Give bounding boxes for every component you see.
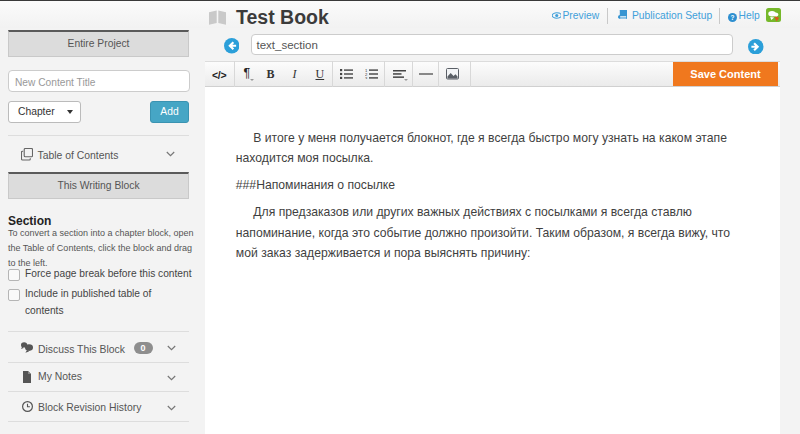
svg-text:?: ? xyxy=(730,14,734,21)
svg-text:3: 3 xyxy=(365,76,368,79)
